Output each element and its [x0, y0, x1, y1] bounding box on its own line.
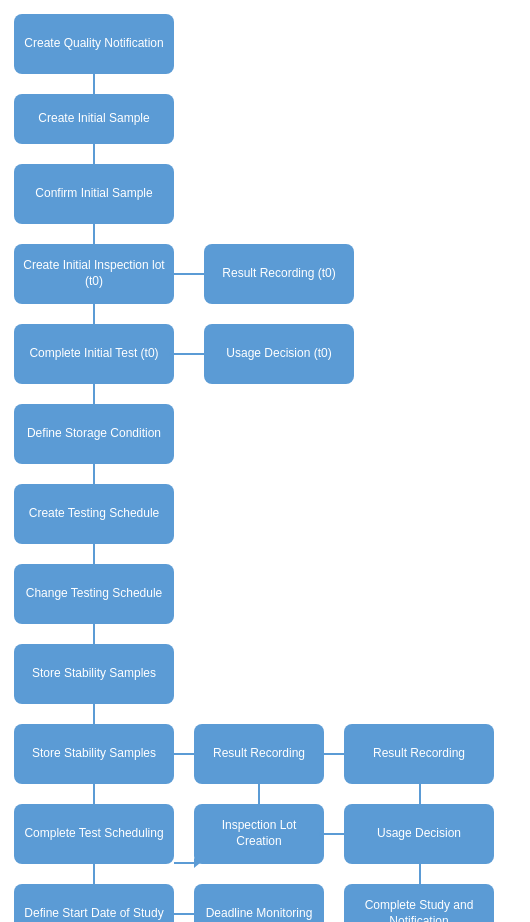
arrow-10-rr [174, 753, 194, 755]
node-define-storage-condition: Define Storage Condition [14, 404, 174, 464]
arrow-4-5 [93, 304, 95, 324]
arrow-9-10 [93, 704, 95, 724]
node-result-recording: Result Recording [194, 724, 324, 784]
arrow-7-8 [93, 544, 95, 564]
node-deadline-monitoring: Deadline Monitoring [194, 884, 324, 922]
arrow-4-rr0 [174, 273, 204, 275]
arrow-dsd-dm [174, 913, 194, 915]
arrow-ud0-5 [174, 353, 204, 355]
arrow-rr-rr2 [324, 753, 344, 755]
node-complete-test-scheduling: Complete Test Scheduling [14, 804, 174, 864]
node-store-stability-samples-2: Store Stability Samples [14, 724, 174, 784]
arrow-rr2-ud [419, 784, 421, 804]
node-usage-decision: Usage Decision [344, 804, 494, 864]
node-change-testing-schedule: Change Testing Schedule [14, 564, 174, 624]
arrow-8-9 [93, 624, 95, 644]
node-define-start-date: Define Start Date of Study [14, 884, 174, 922]
node-confirm-initial-sample: Confirm Initial Sample [14, 164, 174, 224]
arrow-ud-cs [419, 864, 421, 884]
node-complete-initial-test: Complete Initial Test (t0) [14, 324, 174, 384]
node-create-initial-inspection-lot: Create Initial Inspection lot (t0) [14, 244, 174, 304]
node-create-testing-schedule: Create Testing Schedule [14, 484, 174, 544]
node-inspection-lot-creation: Inspection Lot Creation [194, 804, 324, 864]
arrow-1-2 [93, 74, 95, 94]
arrow-11-dsd [174, 862, 194, 864]
arrow-2-3 [93, 144, 95, 164]
arrow-10-11 [93, 784, 95, 804]
node-store-stability-samples-1: Store Stability Samples [14, 644, 174, 704]
node-create-initial-sample: Create Initial Sample [14, 94, 174, 144]
arrow-5-6 [93, 384, 95, 404]
arrow-ud-ilc [324, 833, 344, 835]
arrow-6-7 [93, 464, 95, 484]
node-usage-decision-t0: Usage Decision (t0) [204, 324, 354, 384]
arrow-rr-ilc [258, 784, 260, 804]
node-result-recording-t0: Result Recording (t0) [204, 244, 354, 304]
node-result-recording-2: Result Recording [344, 724, 494, 784]
flowchart: Create Quality Notification Create Initi… [0, 0, 530, 20]
node-create-quality-notification: Create Quality Notification [14, 14, 174, 74]
arrow-11-12 [93, 864, 95, 884]
arrow-3-4 [93, 224, 95, 244]
